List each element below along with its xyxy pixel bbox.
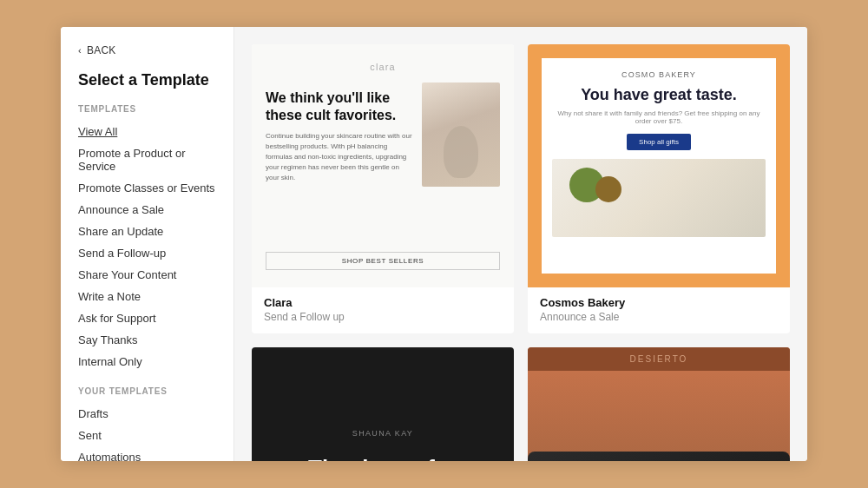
- shauna-headline: Thank you for shopping small.: [297, 455, 469, 461]
- back-button[interactable]: ‹ BACK: [61, 44, 233, 70]
- preview-cosmos-content: COSMO BAKERY You have great taste. Why n…: [528, 44, 790, 287]
- clara-product-image: [422, 82, 500, 187]
- clara-image-column: [422, 82, 500, 241]
- template-grid: clara We think you'll like these cult fa…: [252, 44, 790, 461]
- sidebar-item-promote-classes[interactable]: Promote Classes or Events: [61, 177, 233, 199]
- template-preview-shauna: SHAUNA KAY Thank you for shopping small.: [252, 347, 514, 461]
- clara-body: Continue building your skincare routine …: [266, 131, 413, 183]
- desierto-image: [528, 371, 790, 461]
- template-card-shauna[interactable]: SHAUNA KAY Thank you for shopping small.…: [252, 347, 514, 461]
- cosmos-shop-button: Shop all gifts: [627, 134, 691, 150]
- clara-text-column: We think you'll like these cult favorite…: [266, 82, 413, 241]
- cosmos-headline: You have great taste.: [581, 86, 737, 104]
- cosmos-template-category: Announce a Sale: [540, 311, 778, 323]
- main-content: clara We think you'll like these cult fa…: [234, 27, 807, 461]
- cosmos-template-info: Cosmos Bakery Announce a Sale: [528, 287, 790, 333]
- clara-main-layout: We think you'll like these cult favorite…: [266, 82, 500, 241]
- template-card-cosmos[interactable]: COSMO BAKERY You have great taste. Why n…: [528, 44, 790, 333]
- app-window: ‹ BACK Select a Template TEMPLATES View …: [61, 27, 807, 461]
- back-label: BACK: [87, 44, 116, 56]
- sidebar-item-say-thanks[interactable]: Say Thanks: [61, 329, 233, 351]
- template-preview-clara: clara We think you'll like these cult fa…: [252, 44, 514, 287]
- clara-template-info: Clara Send a Follow up: [252, 287, 514, 333]
- sidebar-item-send-followup[interactable]: Send a Follow-up: [61, 242, 233, 264]
- preview-shauna-content: SHAUNA KAY Thank you for shopping small.: [252, 347, 514, 461]
- clara-template-name: Clara: [264, 296, 502, 309]
- sidebar-item-promote-product[interactable]: Promote a Product or Service: [61, 142, 233, 177]
- your-templates-section-label: YOUR TEMPLATES: [61, 386, 233, 403]
- cosmos-template-name: Cosmos Bakery: [540, 296, 778, 309]
- desierto-top-bar: DESIERTO: [528, 347, 790, 371]
- desierto-bag: [528, 452, 790, 461]
- sidebar-item-sent[interactable]: Sent: [61, 425, 233, 446]
- clara-logo: clara: [370, 62, 395, 72]
- sidebar-item-ask-support[interactable]: Ask for Support: [61, 307, 233, 329]
- template-preview-cosmos: COSMO BAKERY You have great taste. Why n…: [528, 44, 790, 287]
- back-chevron-icon: ‹: [78, 45, 82, 56]
- sidebar-item-drafts[interactable]: Drafts: [61, 403, 233, 425]
- clara-headline: We think you'll like these cult favorite…: [266, 89, 413, 124]
- template-card-clara[interactable]: clara We think you'll like these cult fa…: [252, 44, 514, 333]
- sidebar-item-announce-sale[interactable]: Announce a Sale: [61, 199, 233, 221]
- cosmos-food-image: [552, 159, 766, 237]
- sidebar-title: Select a Template: [61, 70, 233, 104]
- sidebar-item-share-content[interactable]: Share Your Content: [61, 264, 233, 286]
- templates-section-label: TEMPLATES: [61, 104, 233, 121]
- template-preview-desierto: DESIERTO: [528, 347, 790, 461]
- sidebar-item-view-all[interactable]: View All: [61, 121, 233, 142]
- sidebar-item-write-note[interactable]: Write a Note: [61, 286, 233, 307]
- cosmos-inner-content: COSMO BAKERY You have great taste. Why n…: [542, 58, 776, 274]
- clara-shop-button: SHOP BEST SELLERS: [266, 252, 500, 270]
- template-card-desierto[interactable]: DESIERTO Desierto Write a Note: [528, 347, 790, 461]
- sidebar: ‹ BACK Select a Template TEMPLATES View …: [61, 27, 234, 461]
- preview-desierto-content: DESIERTO: [528, 347, 790, 461]
- clara-template-category: Send a Follow up: [264, 311, 502, 323]
- shauna-headline-line1: Thank you for: [308, 455, 457, 461]
- preview-clara-content: clara We think you'll like these cult fa…: [252, 44, 514, 287]
- cosmos-brand: COSMO BAKERY: [621, 70, 696, 79]
- cosmos-sub: Why not share it with family and friends…: [552, 109, 766, 125]
- sidebar-item-internal-only[interactable]: Internal Only: [61, 351, 233, 373]
- desierto-brand: DESIERTO: [630, 354, 688, 364]
- sidebar-item-share-update[interactable]: Share an Update: [61, 221, 233, 242]
- shauna-brand: SHAUNA KAY: [352, 429, 413, 438]
- sidebar-item-automations[interactable]: Automations: [61, 446, 233, 461]
